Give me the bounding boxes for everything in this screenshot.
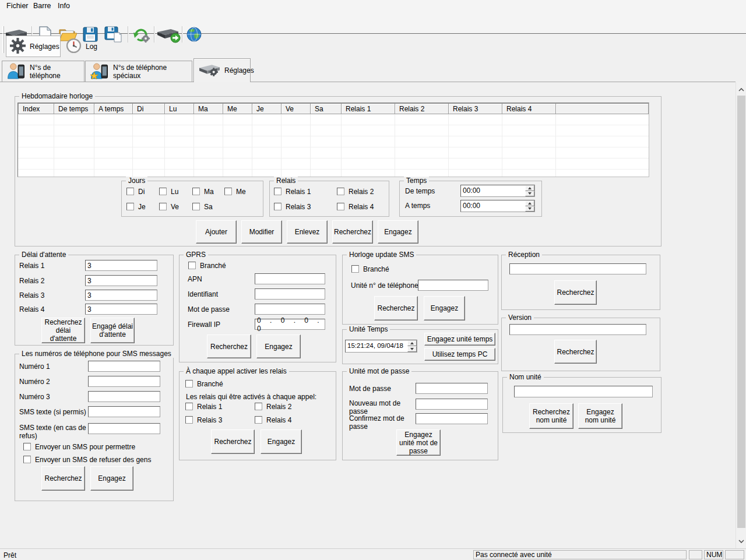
numero2-input[interactable]	[88, 376, 160, 387]
numero3-input[interactable]	[88, 391, 160, 402]
call-relais1-checkbox[interactable]	[185, 403, 193, 410]
spin-down-button[interactable]	[525, 206, 534, 212]
col-relais3[interactable]: Relais 3	[449, 103, 502, 114]
gprs-motdepasse-input[interactable]	[255, 304, 325, 315]
spin-up-button[interactable]	[525, 200, 534, 206]
unit-name-input[interactable]	[514, 386, 653, 397]
engagez-unite-temps-button[interactable]: Engagez unité temps	[424, 333, 495, 346]
delai-relais3-input[interactable]	[85, 290, 157, 301]
gprs-apn-input[interactable]	[255, 273, 325, 284]
tab-special-phone-numbers[interactable]: N°s de téléphone spéciaux	[85, 61, 192, 82]
horloge-sms-recherchez-button[interactable]: Recherchez	[374, 296, 418, 320]
gprs-engagez-button[interactable]: Engagez	[256, 334, 301, 358]
version-recherchez-button[interactable]: Recherchez	[554, 340, 597, 364]
call-relais3-checkbox[interactable]	[185, 416, 193, 424]
sms-recherchez-button[interactable]: Recherchez	[41, 466, 85, 491]
col-empty[interactable]	[556, 103, 649, 114]
sms-permettre-checkbox[interactable]	[23, 443, 31, 450]
col-lu[interactable]: Lu	[165, 103, 194, 114]
motdepasse-input[interactable]	[416, 383, 488, 394]
scrollbar-thumb[interactable]	[737, 96, 745, 528]
engage-delai-button[interactable]: Engagé délai d'attente	[90, 318, 135, 343]
sms-texte-refus-input[interactable]	[88, 423, 160, 434]
reception-input[interactable]	[509, 263, 646, 274]
spin-down-button[interactable]	[525, 191, 534, 197]
col-je[interactable]: Je	[252, 103, 281, 114]
sms-refuser-checkbox[interactable]	[23, 456, 31, 463]
utilisez-temps-pc-button[interactable]: Utilisez temps PC	[424, 348, 495, 361]
a-temps-spinner[interactable]: 00:00	[460, 200, 535, 212]
engagez-unit-password-button[interactable]: Engagez unité mot de passe	[396, 429, 441, 456]
confirmez-motdepasse-input[interactable]	[416, 413, 488, 424]
main-tab-reglages[interactable]: Réglages	[6, 36, 61, 57]
tabbar-gripper[interactable]	[2, 37, 4, 53]
checkbox-lu[interactable]	[159, 188, 167, 195]
checkbox-relais3[interactable]	[274, 203, 281, 210]
col-sa[interactable]: Sa	[311, 103, 342, 114]
menu-info[interactable]: Info	[55, 1, 73, 11]
delai-relais2-input[interactable]	[85, 275, 157, 286]
spin-down-button[interactable]	[407, 346, 417, 352]
version-input[interactable]	[509, 324, 646, 335]
checkbox-di[interactable]	[126, 188, 134, 195]
engagez-horloge-button[interactable]: Engagez	[378, 220, 418, 244]
vertical-scrollbar[interactable]	[736, 82, 746, 548]
unite-temps-spinner[interactable]: 15:21:24, 09/04/18	[345, 340, 417, 353]
checkbox-ma[interactable]	[192, 188, 200, 195]
col-relais2[interactable]: Relais 2	[395, 103, 449, 114]
a-temps-value[interactable]: 00:00	[461, 200, 525, 212]
sms-texte-permis-input[interactable]	[88, 406, 160, 417]
menu-barre[interactable]: Barre	[30, 1, 54, 11]
spin-up-button[interactable]	[407, 340, 417, 346]
sms-engagez-button[interactable]: Engagez	[90, 466, 133, 491]
numero1-input[interactable]	[88, 361, 160, 372]
gprs-identifiant-input[interactable]	[255, 288, 325, 300]
col-index[interactable]: Index	[18, 103, 54, 114]
recherchez-unit-name-button[interactable]: Recherchez nom unité	[529, 403, 573, 429]
col-relais1[interactable]: Relais 1	[342, 103, 395, 114]
call-relais2-checkbox[interactable]	[255, 403, 262, 410]
checkbox-relais1[interactable]	[274, 188, 281, 195]
nouveau-motdepasse-input[interactable]	[416, 399, 488, 410]
delai-relais4-input[interactable]	[85, 304, 157, 315]
web-icon[interactable]	[185, 26, 203, 45]
save-as-icon[interactable]	[104, 26, 122, 45]
scroll-down-button[interactable]	[736, 536, 746, 546]
unite-telephone-input[interactable]	[418, 280, 488, 291]
scroll-up-button[interactable]	[736, 84, 746, 94]
delai-relais1-input[interactable]	[85, 260, 157, 271]
col-di[interactable]: Di	[133, 103, 165, 114]
checkbox-relais2[interactable]	[337, 188, 344, 195]
gprs-firewall-ip-input[interactable]: 0 . 0 . 0 . 0	[255, 319, 325, 330]
col-me[interactable]: Me	[223, 103, 252, 114]
spin-up-button[interactable]	[525, 185, 534, 191]
modifier-button[interactable]: Modifier	[241, 220, 282, 244]
call-relays-branche-checkbox[interactable]	[185, 380, 193, 388]
de-temps-spinner[interactable]: 00:00	[460, 185, 535, 197]
ajouter-button[interactable]: Ajouter	[196, 220, 237, 244]
checkbox-sa[interactable]	[192, 203, 200, 210]
call-relays-recherchez-button[interactable]: Recherchez	[211, 429, 255, 454]
checkbox-je[interactable]	[126, 203, 134, 210]
recherchez-horloge-button[interactable]: Recherchez	[332, 220, 373, 244]
main-tab-log[interactable]: Log	[62, 36, 102, 57]
checkbox-relais4[interactable]	[337, 203, 344, 210]
de-temps-value[interactable]: 00:00	[461, 185, 525, 196]
checkbox-ve[interactable]	[159, 203, 167, 210]
horloge-sms-branche-checkbox[interactable]	[351, 265, 359, 273]
tab-phone-numbers[interactable]: N°s de téléphone	[2, 61, 85, 82]
send-to-unit-icon[interactable]	[157, 26, 181, 45]
gprs-branche-checkbox[interactable]	[188, 262, 196, 269]
call-relays-engagez-button[interactable]: Engagez	[261, 429, 302, 454]
col-ve[interactable]: Ve	[281, 103, 311, 114]
sync-settings-icon[interactable]	[131, 26, 151, 45]
call-relais4-checkbox[interactable]	[255, 416, 262, 424]
reception-recherchez-button[interactable]: Recherchez	[554, 280, 597, 305]
gprs-recherchez-button[interactable]: Recherchez	[207, 334, 251, 358]
col-a-temps[interactable]: A temps	[94, 103, 133, 114]
recherchez-delai-button[interactable]: Recherchez délai d'attente	[41, 318, 85, 343]
menu-fichier[interactable]: Fichier	[3, 1, 31, 11]
col-relais4[interactable]: Relais 4	[502, 103, 556, 114]
unite-temps-value[interactable]: 15:21:24, 09/04/18	[346, 340, 407, 352]
horloge-sms-engagez-button[interactable]: Engagez	[424, 296, 465, 320]
